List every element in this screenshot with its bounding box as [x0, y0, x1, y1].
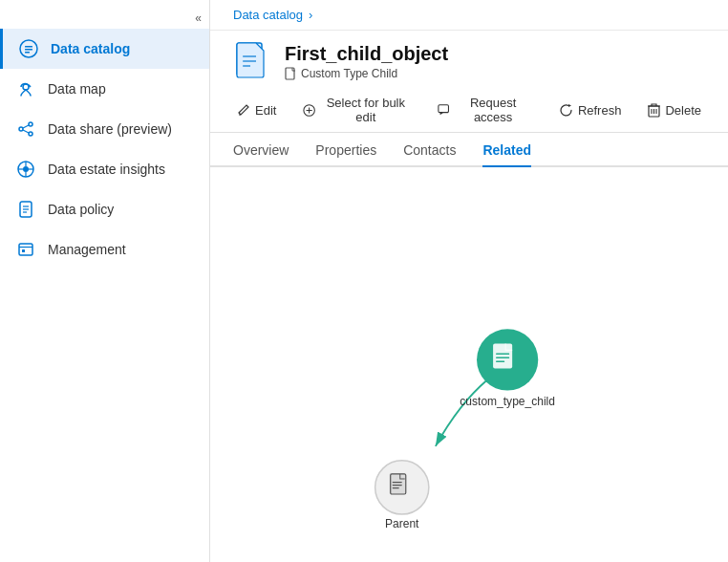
breadcrumb-link[interactable]: Data catalog	[233, 8, 303, 22]
sidebar-item-label: Data policy	[48, 202, 114, 217]
bulk-edit-button[interactable]: Select for bulk edit	[299, 94, 415, 126]
breadcrumb-separator: ›	[309, 8, 312, 22]
management-icon	[15, 239, 36, 260]
svg-rect-47	[393, 487, 399, 488]
data-estate-icon	[15, 159, 36, 180]
svg-rect-43	[390, 473, 406, 494]
page-title-wrap: First_child_object Custom Type Child	[285, 43, 448, 80]
page-header: First_child_object Custom Type Child	[210, 31, 728, 88]
svg-point-11	[23, 166, 29, 172]
svg-rect-32	[439, 105, 449, 113]
data-policy-icon	[15, 199, 36, 220]
request-access-button[interactable]: Request access	[434, 94, 536, 126]
relationship-arrow	[436, 379, 488, 446]
tabs: Overview Properties Contacts Related	[210, 133, 728, 167]
breadcrumb: Data catalog ›	[210, 0, 728, 31]
edit-button[interactable]: Edit	[233, 101, 280, 119]
svg-rect-22	[22, 249, 25, 252]
svg-point-6	[19, 127, 23, 131]
refresh-icon	[559, 103, 573, 118]
sidebar-item-data-policy[interactable]: Data policy	[0, 189, 209, 229]
object-type-icon	[233, 42, 271, 80]
svg-rect-39	[493, 343, 512, 368]
delete-button[interactable]: Delete	[644, 101, 705, 119]
svg-rect-20	[19, 244, 32, 255]
parent-node-icon	[390, 473, 406, 494]
tab-contacts[interactable]: Contacts	[403, 133, 456, 167]
sidebar-item-label: Data map	[48, 81, 106, 97]
page-subtitle-text: Custom Type Child	[301, 67, 397, 80]
sidebar-item-label: Data estate insights	[48, 162, 165, 177]
sidebar-item-data-catalog[interactable]: Data catalog	[0, 29, 209, 69]
sidebar-item-data-estate[interactable]: Data estate insights	[0, 149, 209, 189]
svg-rect-46	[393, 485, 402, 486]
svg-point-5	[29, 122, 32, 126]
toolbar: Edit Select for bulk edit Request access…	[210, 88, 728, 133]
sidebar-item-data-share[interactable]: Data share (preview)	[0, 109, 209, 149]
data-share-icon	[15, 119, 36, 140]
graph-area: custom_type_child Parent	[210, 167, 728, 562]
data-catalog-icon	[18, 38, 39, 59]
svg-rect-2	[25, 49, 32, 51]
parent-node-label: Parent	[385, 517, 419, 530]
delete-icon	[648, 103, 660, 118]
main-node-icon	[493, 343, 512, 368]
chat-icon	[438, 103, 449, 117]
svg-rect-45	[393, 482, 402, 483]
sidebar-item-management[interactable]: Management	[0, 229, 209, 270]
svg-point-7	[29, 132, 32, 136]
tab-related[interactable]: Related	[482, 133, 531, 167]
main-content: Data catalog › First_child_object Custom…	[210, 0, 728, 562]
sidebar-item-label: Data share (preview)	[48, 121, 172, 137]
sidebar: « Data catalog Data map	[0, 0, 210, 562]
data-map-icon	[15, 78, 36, 99]
sidebar-item-data-map[interactable]: Data map	[0, 69, 209, 109]
sidebar-item-label: Data catalog	[51, 41, 130, 56]
graph-content: custom_type_child Parent	[210, 167, 728, 562]
edit-icon	[237, 103, 250, 117]
tab-overview[interactable]: Overview	[233, 133, 289, 167]
tab-properties[interactable]: Properties	[315, 133, 376, 167]
svg-line-9	[23, 130, 29, 133]
svg-rect-40	[496, 353, 509, 355]
page-title: First_child_object	[285, 43, 448, 65]
sidebar-collapse-button[interactable]: «	[0, 8, 209, 29]
refresh-button[interactable]: Refresh	[555, 101, 626, 119]
relationship-graph: custom_type_child Parent	[210, 167, 728, 562]
svg-rect-27	[286, 68, 294, 79]
svg-rect-42	[496, 360, 504, 362]
main-node-label: custom_type_child	[460, 395, 555, 408]
svg-rect-3	[25, 52, 30, 54]
svg-line-8	[23, 125, 29, 128]
page-subtitle: Custom Type Child	[285, 67, 448, 80]
plus-circle-icon	[303, 103, 315, 118]
sidebar-item-label: Management	[48, 242, 126, 257]
svg-rect-1	[25, 46, 32, 48]
svg-rect-41	[496, 357, 509, 358]
